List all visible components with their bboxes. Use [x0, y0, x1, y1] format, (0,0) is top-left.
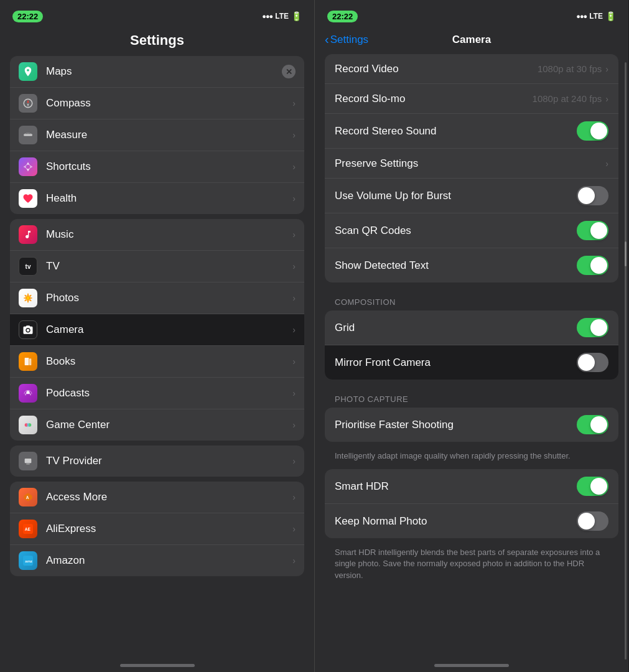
settings-row-compass[interactable]: Compass › — [10, 88, 304, 119]
settings-row-health[interactable]: Health › — [10, 183, 304, 214]
camera-row-prioritise[interactable]: Prioritise Faster Shooting — [325, 408, 618, 442]
camera-row-scan-qr[interactable]: Scan QR Codes — [325, 213, 618, 248]
left-status-bar: 22:22 ●●● LTE 🔋 — [0, 0, 314, 27]
lte-label: LTE — [275, 12, 289, 21]
scan-qr-label: Scan QR Codes — [335, 225, 577, 237]
compass-label: Compass — [46, 97, 292, 110]
camera-row-volume-burst[interactable]: Use Volume Up for Burst — [325, 179, 618, 213]
camera-row-show-detected[interactable]: Show Detected Text — [325, 248, 618, 282]
composition-header: COMPOSITION — [315, 287, 628, 310]
camera-label: Camera — [46, 324, 292, 336]
amazon-chevron: › — [292, 556, 296, 566]
camera-composition-section: Grid Mirror Front Camera — [325, 310, 618, 380]
maps-close-badge[interactable]: ✕ — [282, 65, 296, 78]
camera-row-record-video[interactable]: Record Video 1080p at 30 fps › — [325, 54, 618, 84]
camera-row-stereo[interactable]: Record Stereo Sound — [325, 114, 618, 149]
photos-icon — [19, 289, 37, 307]
accessmore-label: Access More — [46, 491, 292, 503]
svg-marker-10 — [24, 165, 27, 169]
health-label: Health — [46, 192, 292, 205]
svg-point-15 — [26, 391, 29, 394]
books-label: Books — [46, 355, 292, 368]
mirror-front-toggle[interactable] — [577, 353, 608, 372]
photos-label: Photos — [46, 292, 292, 304]
settings-row-photos[interactable]: Photos › — [10, 282, 304, 314]
settings-row-camera[interactable]: Camera › — [10, 314, 304, 346]
right-lte-label: LTE — [589, 12, 603, 21]
aliexpress-label: AliExpress — [46, 523, 292, 535]
health-icon — [19, 189, 37, 208]
camera-row-grid[interactable]: Grid — [325, 310, 618, 345]
prioritise-shooting-toggle[interactable] — [577, 415, 608, 434]
back-button[interactable]: ‹ Settings — [325, 32, 368, 47]
preserve-settings-chevron: › — [605, 159, 608, 169]
settings-row-aliexpress[interactable]: AE AliExpress › — [10, 513, 304, 545]
right-battery-icon: 🔋 — [605, 11, 616, 21]
svg-text:amz: amz — [25, 559, 32, 563]
smart-hdr-label: Smart HDR — [335, 480, 577, 493]
settings-section-3: TV Provider › — [10, 446, 304, 477]
record-slomo-label: Record Slo-mo — [335, 93, 533, 105]
record-video-label: Record Video — [335, 63, 538, 75]
settings-row-music[interactable]: Music › — [10, 219, 304, 251]
back-label: Settings — [330, 34, 368, 46]
camera-icon — [19, 320, 37, 339]
right-panel: 22:22 ●●● LTE 🔋 ‹ Settings Camera Record… — [314, 0, 628, 672]
show-detected-toggle[interactable] — [577, 256, 608, 275]
tv-icon: tv — [19, 257, 37, 276]
tvprovider-chevron: › — [292, 456, 296, 466]
grid-label: Grid — [335, 322, 577, 334]
svg-marker-9 — [26, 168, 30, 171]
svg-rect-3 — [24, 134, 32, 136]
settings-row-accessmore[interactable]: A Access More › — [10, 482, 304, 513]
mirror-front-label: Mirror Front Camera — [335, 357, 577, 369]
settings-row-tv[interactable]: tv TV › — [10, 251, 304, 282]
svg-marker-8 — [26, 162, 30, 166]
record-video-value: 1080p at 30 fps — [538, 63, 602, 74]
settings-row-tvprovider[interactable]: TV Provider › — [10, 446, 304, 477]
scan-qr-toggle[interactable] — [577, 221, 608, 240]
accessmore-chevron: › — [292, 492, 296, 502]
amazon-icon: amz — [19, 551, 37, 570]
camera-hdr-section: Smart HDR Keep Normal Photo — [325, 469, 618, 538]
left-panel: 22:22 ●●● LTE 🔋 Settings Maps ✕ — [0, 0, 314, 672]
settings-row-maps[interactable]: Maps ✕ — [10, 56, 304, 88]
settings-row-measure[interactable]: Measure › — [10, 119, 304, 151]
camera-row-keep-normal[interactable]: Keep Normal Photo — [325, 504, 618, 538]
aliexpress-icon: AE — [19, 520, 37, 538]
compass-chevron: › — [292, 98, 296, 108]
aliexpress-chevron: › — [292, 524, 296, 534]
volume-burst-toggle[interactable] — [577, 186, 608, 205]
record-stereo-toggle[interactable] — [577, 121, 608, 141]
settings-row-gamecenter[interactable]: Game Center › — [10, 409, 304, 441]
camera-main-section: Record Video 1080p at 30 fps › Record Sl… — [325, 54, 618, 282]
svg-rect-20 — [26, 464, 29, 464]
settings-row-podcasts[interactable]: Podcasts › — [10, 378, 304, 409]
camera-row-mirror-front[interactable]: Mirror Front Camera — [325, 345, 618, 380]
right-status-icons: ●●● LTE 🔋 — [576, 11, 616, 21]
record-stereo-label: Record Stereo Sound — [335, 125, 577, 138]
settings-row-shortcuts[interactable]: Shortcuts › — [10, 151, 304, 183]
camera-row-record-slomo[interactable]: Record Slo-mo 1080p at 240 fps › — [325, 84, 618, 114]
settings-row-books[interactable]: Books › — [10, 346, 304, 378]
scroll-thumb — [625, 241, 627, 266]
record-slomo-value: 1080p at 240 fps — [533, 93, 602, 104]
keep-normal-toggle[interactable] — [577, 511, 608, 531]
books-chevron: › — [292, 357, 296, 366]
svg-marker-11 — [29, 165, 32, 169]
smart-hdr-toggle[interactable] — [577, 477, 608, 496]
books-icon — [19, 352, 37, 371]
camera-row-preserve[interactable]: Preserve Settings › — [325, 149, 618, 179]
camera-row-smart-hdr[interactable]: Smart HDR — [325, 469, 618, 504]
tv-chevron: › — [292, 261, 296, 271]
show-detected-label: Show Detected Text — [335, 259, 577, 272]
svg-point-18 — [27, 423, 29, 427]
svg-rect-19 — [25, 459, 32, 463]
gamecenter-icon — [19, 416, 37, 434]
grid-toggle[interactable] — [577, 318, 608, 337]
settings-row-amazon[interactable]: amz Amazon › — [10, 545, 304, 576]
music-icon — [19, 225, 37, 244]
photos-chevron: › — [292, 293, 296, 303]
settings-section-1: Maps ✕ Compass › — [10, 56, 304, 214]
left-status-icons: ●●● LTE 🔋 — [262, 11, 302, 21]
